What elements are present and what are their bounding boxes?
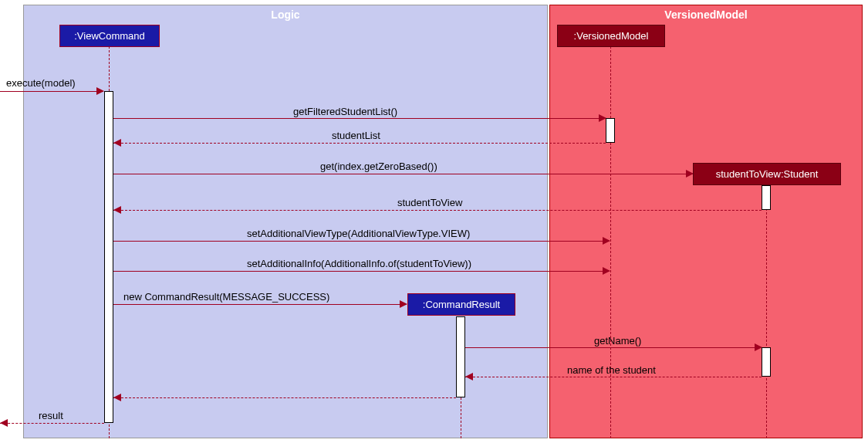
execute-arrow-head <box>96 87 104 95</box>
student-lifeline-head: studentToView:Student <box>693 163 841 185</box>
result-arrow-head <box>0 419 8 427</box>
new-command-result-arrow-head <box>400 300 407 308</box>
set-additional-info-arrow <box>113 271 610 272</box>
get-name-label: getName() <box>594 335 641 347</box>
versioned-model-lifeline-head: :VersionedModel <box>557 25 665 47</box>
name-return-arrow-head <box>465 373 473 380</box>
get-filtered-list-arrow-head <box>599 114 606 122</box>
student-list-return-label: studentList <box>332 130 380 141</box>
student-to-view-return-label: studentToView <box>397 197 462 208</box>
name-return-arrow <box>465 377 762 377</box>
set-view-type-label: setAdditionalViewType(AdditionalViewType… <box>247 228 470 239</box>
get-filtered-list-label: getFilteredStudentList() <box>293 106 397 117</box>
set-additional-info-label: setAdditionalInfo(AdditionalInfo.of(stud… <box>247 258 471 269</box>
student-list-return-arrow-head <box>113 139 121 147</box>
command-result-return-arrow <box>113 397 456 398</box>
set-additional-info-arrow-head <box>603 267 610 275</box>
get-zero-based-arrow <box>113 174 693 174</box>
student-activation-2 <box>762 347 771 377</box>
versioned-model-lifeline <box>610 46 611 438</box>
get-filtered-list-arrow <box>113 118 606 119</box>
new-command-result-label: new CommandResult(MESSAGE_SUCCESS) <box>123 291 329 303</box>
command-result-lifeline-head: :CommandResult <box>407 293 515 316</box>
student-activation-1 <box>762 185 771 210</box>
student-to-view-return-arrow-head <box>113 206 121 214</box>
versioned-model-frame-title: VersionedModel <box>664 8 747 21</box>
student-list-return-arrow <box>113 143 606 144</box>
view-command-lifeline-head: :ViewCommand <box>59 25 160 47</box>
student-to-view-return-arrow <box>113 210 762 211</box>
result-label: result <box>39 410 63 421</box>
execute-arrow <box>0 91 103 92</box>
logic-frame-title: Logic <box>271 8 299 21</box>
command-result-return-arrow-head <box>113 394 121 401</box>
get-name-arrow <box>465 347 762 348</box>
versioned-model-activation-1 <box>606 118 615 143</box>
result-arrow <box>0 423 104 424</box>
set-view-type-arrow-head <box>603 237 610 245</box>
set-view-type-arrow <box>113 241 610 242</box>
student-lifeline <box>766 185 767 438</box>
new-command-result-arrow <box>113 304 407 305</box>
sequence-diagram: Logic VersionedModel :ViewCommand :Versi… <box>0 0 868 443</box>
get-zero-based-label: get(index.getZeroBased()) <box>320 161 437 172</box>
execute-label: execute(model) <box>6 77 76 89</box>
name-return-label: name of the student <box>567 364 656 376</box>
get-name-arrow-head <box>755 343 762 351</box>
command-result-activation <box>456 316 465 397</box>
view-command-activation <box>104 91 113 423</box>
